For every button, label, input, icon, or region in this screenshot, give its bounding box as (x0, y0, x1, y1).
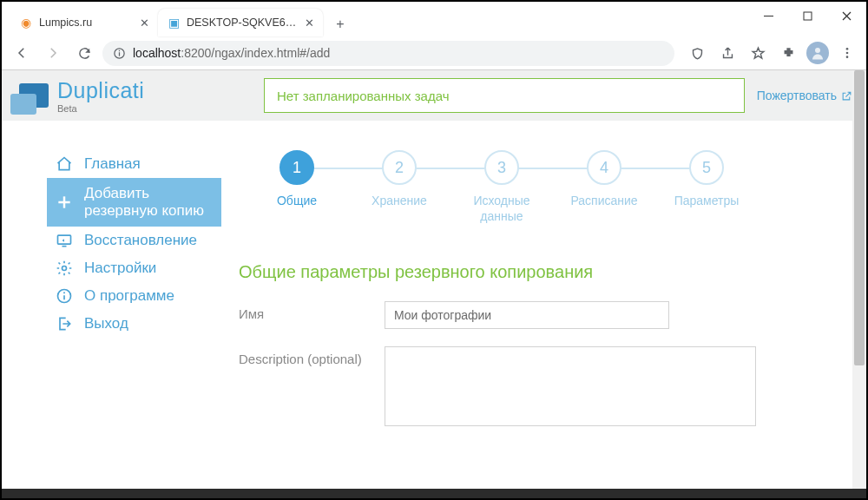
sidebar-item-settings[interactable]: Настройки (47, 254, 221, 282)
close-icon[interactable]: ✕ (305, 16, 314, 30)
forward-button[interactable] (40, 40, 66, 66)
tab-duplicati[interactable]: ▣ DESKTOP-SQKVE64 - Duplicati ✕ (158, 9, 323, 36)
svg-point-10 (846, 56, 849, 58)
svg-point-18 (63, 292, 65, 293)
sidebar-item-restore[interactable]: Восстановление (47, 227, 221, 254)
section-title: Общие параметры резервного копирования (239, 262, 840, 282)
back-button[interactable] (9, 40, 35, 66)
name-label: Имя (239, 301, 385, 321)
gear-icon (56, 260, 73, 277)
status-banner: Нет запланированных задач (264, 78, 745, 113)
sidebar-item-about[interactable]: О программе (47, 282, 221, 310)
sidebar-item-label: Главная (84, 155, 141, 173)
home-icon (56, 155, 73, 173)
scrollbar[interactable] (852, 70, 866, 489)
svg-point-6 (119, 49, 121, 51)
sidebar-item-label: Выход (84, 315, 128, 332)
step-schedule[interactable]: 4Расписание (553, 150, 655, 209)
step-storage[interactable]: 2Хранение (348, 150, 450, 209)
sidebar-item-home[interactable]: Главная (47, 150, 221, 178)
tab-title: Lumpics.ru (39, 16, 134, 29)
svg-point-8 (846, 48, 849, 50)
bookmark-icon[interactable] (746, 41, 770, 65)
window-maximize-button[interactable] (788, 2, 827, 30)
sidebar-item-add-backup[interactable]: Добавить резервную копию (47, 178, 221, 227)
tab-title: DESKTOP-SQKVE64 - Duplicati (187, 16, 299, 29)
brand[interactable]: Duplicati Beta (52, 78, 264, 114)
description-label: Description (optional) (239, 346, 385, 366)
plus-icon (56, 194, 73, 211)
sidebar-item-logout[interactable]: Выход (47, 310, 221, 338)
description-textarea[interactable] (385, 346, 756, 426)
svg-rect-1 (804, 12, 812, 20)
share-icon[interactable] (715, 41, 740, 65)
info-icon (56, 287, 73, 305)
tab-lumpics[interactable]: ◉ Lumpics.ru ✕ (10, 9, 158, 36)
name-input[interactable] (385, 301, 669, 329)
new-tab-button[interactable]: + (328, 12, 352, 36)
url-text: localhost:8200/ngax/index.html#/add (133, 46, 330, 60)
donate-link[interactable]: Пожертвовать (757, 89, 852, 102)
favicon-duplicati: ▣ (167, 16, 181, 30)
favicon-lumpics: ◉ (19, 16, 33, 30)
sidebar-item-label: Настройки (84, 260, 156, 277)
brand-beta: Beta (57, 103, 144, 114)
menu-icon[interactable] (835, 41, 859, 65)
restore-icon (56, 232, 73, 249)
translate-icon[interactable] (685, 41, 709, 65)
tabstrip: ◉ Lumpics.ru ✕ ▣ DESKTOP-SQKVE64 - Dupli… (2, 2, 866, 36)
sidebar: Главная Добавить резервную копию Восстан… (2, 150, 221, 489)
step-general[interactable]: 1Общие (246, 150, 348, 209)
window-minimize-button[interactable] (749, 2, 788, 30)
exit-icon (56, 315, 73, 332)
close-icon[interactable]: ✕ (140, 16, 149, 30)
svg-point-7 (815, 48, 820, 53)
step-options[interactable]: 5Параметры (655, 150, 758, 209)
sidebar-item-label: О программе (84, 287, 174, 305)
svg-point-9 (846, 52, 849, 55)
sidebar-item-label: Восстановление (84, 232, 197, 249)
window-close-button[interactable] (827, 2, 866, 30)
info-icon (113, 47, 126, 60)
footer-bar (2, 489, 866, 498)
stepper: 1Общие 2Хранение 3Исходные данные 4Распи… (246, 150, 840, 224)
reload-button[interactable] (71, 40, 97, 66)
profile-avatar[interactable] (806, 42, 829, 64)
address-bar[interactable]: localhost:8200/ngax/index.html#/add (102, 41, 674, 66)
sidebar-item-label: Добавить резервную копию (84, 185, 213, 220)
step-source[interactable]: 3Исходные данные (450, 150, 553, 224)
svg-point-15 (62, 266, 67, 271)
brand-name: Duplicati (57, 78, 144, 103)
extensions-icon[interactable] (776, 41, 800, 65)
